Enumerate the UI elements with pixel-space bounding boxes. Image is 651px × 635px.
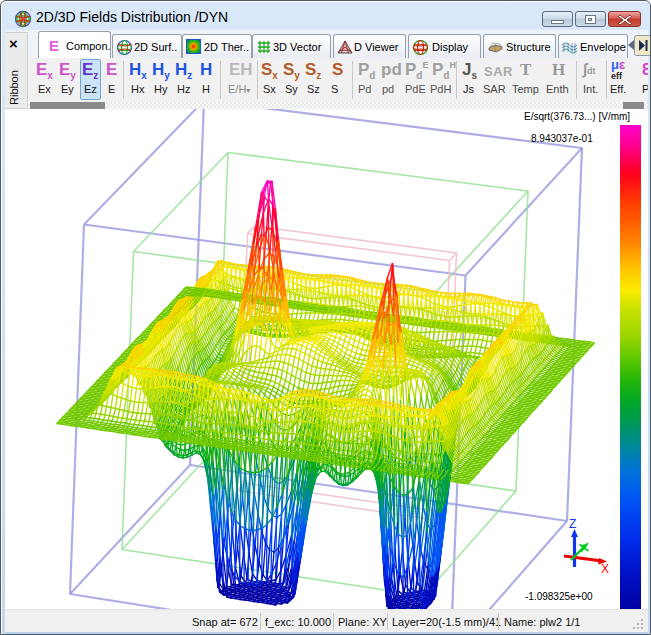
svg-text:Z: Z [569, 517, 576, 531]
svg-text:X: X [601, 562, 609, 576]
